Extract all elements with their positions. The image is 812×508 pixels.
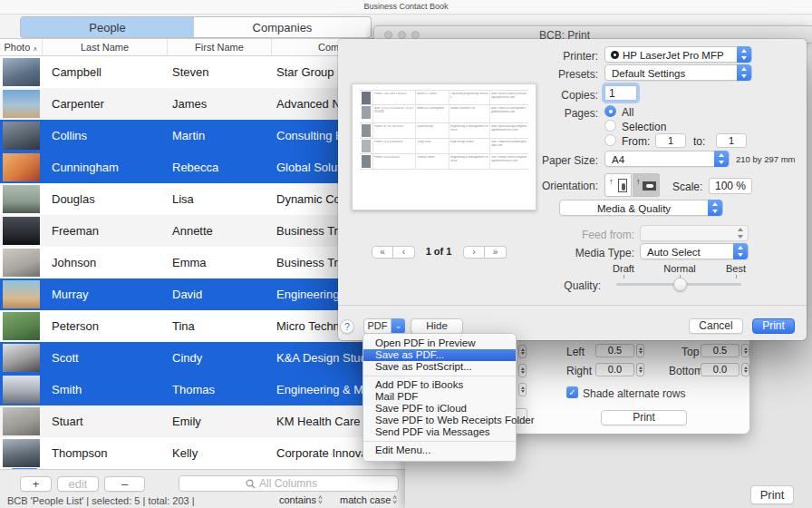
pages-range-radio[interactable] xyxy=(604,134,616,146)
column-header-last-name[interactable]: Last Name xyxy=(43,39,168,56)
hide-details-button[interactable]: Hide Details xyxy=(411,318,463,334)
cancel-button[interactable]: Cancel xyxy=(689,318,743,334)
pages-selection-label: Selection xyxy=(622,121,666,133)
table-row[interactable]: ThompsonKellyCorporate Innovations xyxy=(0,437,408,469)
shade-alternate-rows-checkbox[interactable]: ✓ xyxy=(566,386,578,398)
contact-photo xyxy=(3,217,40,245)
contact-photo xyxy=(3,344,40,372)
table-row-selected[interactable]: SmithThomasEngineering & Management Serv… xyxy=(0,374,408,405)
separator xyxy=(338,305,807,306)
margin-bottom-stepper[interactable] xyxy=(741,363,749,376)
preview-prev-page-button[interactable]: ‹ xyxy=(393,246,415,259)
match-case-select[interactable]: match case ˄˅ xyxy=(340,494,397,505)
margin-right-field[interactable]: 0.0 xyxy=(595,363,634,376)
quality-normal-label: Normal xyxy=(657,263,702,274)
tab-companies[interactable]: Companies xyxy=(194,16,372,38)
edit-contact-button[interactable]: edit xyxy=(57,476,99,492)
settings-panel-select[interactable]: Media & Quality xyxy=(559,200,723,216)
quality-label: Quality: xyxy=(510,279,601,292)
sort-ascending-icon: ∧ xyxy=(33,45,37,52)
quality-slider-knob[interactable] xyxy=(673,278,687,291)
menu-item-mail-pdf[interactable]: Mail PDF xyxy=(363,391,516,403)
margin-top-stepper[interactable] xyxy=(741,344,749,357)
pdf-menu-button[interactable]: PDF ⌄ xyxy=(363,318,405,334)
margin-left-stepper[interactable] xyxy=(636,344,644,357)
printer-select[interactable]: HP LaserJet Pro MFP M125nw xyxy=(604,46,752,63)
tab-people[interactable]: People xyxy=(20,16,195,38)
chevron-up-down-icon: ˄˅ xyxy=(318,495,323,504)
contact-photo xyxy=(3,439,40,467)
feed-from-select-disabled xyxy=(640,225,749,241)
printer-label: Printer: xyxy=(508,50,598,63)
paper-size-select[interactable]: A4 xyxy=(604,151,730,167)
panel-print-button[interactable]: Print xyxy=(601,410,687,425)
portrait-page-icon xyxy=(618,179,627,192)
menu-item-save-pdf-to-web-receipts[interactable]: Save PDF to Web Receipts Folder xyxy=(363,415,516,426)
menu-item-open-pdf-in-preview[interactable]: Open PDF in Preview xyxy=(363,337,516,349)
remove-contact-button[interactable]: – xyxy=(104,476,145,492)
pages-all-label: All xyxy=(622,106,633,119)
preview-first-page-button[interactable]: « xyxy=(372,246,393,259)
quality-draft-label: Draft xyxy=(601,263,646,274)
search-field[interactable] xyxy=(179,475,399,492)
margin-bottom-label: Bottom xyxy=(669,365,703,377)
sheet-print-button[interactable]: Print xyxy=(752,318,795,334)
slider-tick xyxy=(736,275,737,278)
media-type-select[interactable]: Auto Select xyxy=(640,243,749,259)
menu-item-save-as-pdf[interactable]: Save as PDF... xyxy=(363,349,516,361)
contact-photo xyxy=(3,90,40,118)
orientation-label: Orientation: xyxy=(508,180,598,192)
menu-item-edit-menu[interactable]: Edit Menu... xyxy=(363,444,516,456)
pages-selection-radio[interactable] xyxy=(604,120,616,132)
table-row-selected[interactable]: ScottCindyK&A Design Studio xyxy=(0,342,408,374)
contact-photo xyxy=(3,312,40,340)
shade-alternate-rows-label: Shade alternate rows xyxy=(583,387,685,400)
menu-item-add-pdf-to-ibooks[interactable]: Add PDF to iBooks xyxy=(363,379,516,391)
margin-bottom-field[interactable]: 0.0 xyxy=(701,363,740,376)
orientation-landscape-button[interactable]: ↑ xyxy=(633,173,660,197)
scale-field[interactable]: 100 % xyxy=(709,178,752,194)
pages-to-field[interactable]: 1 xyxy=(716,133,747,148)
preview-next-page-button[interactable]: › xyxy=(463,246,485,259)
presets-select[interactable]: Default Settings xyxy=(604,64,752,81)
preview-page-indicator: 1 of 1 xyxy=(419,246,459,257)
menu-separator xyxy=(363,376,516,376)
hidden-stepper[interactable] xyxy=(518,383,527,396)
pages-from-field[interactable]: 1 xyxy=(655,133,686,148)
margin-right-stepper[interactable] xyxy=(636,363,644,376)
print-window-print-button[interactable]: Print xyxy=(750,485,794,504)
help-button[interactable]: ? xyxy=(340,319,354,334)
column-header-first-name[interactable]: First Name xyxy=(168,39,272,56)
preview-photo xyxy=(362,140,371,152)
pdf-dropdown-menu: Open PDF in Preview Save as PDF... Save … xyxy=(362,333,517,462)
contact-photo xyxy=(3,185,40,213)
pages-from-label: From: xyxy=(622,135,650,148)
slider-tick xyxy=(624,275,624,278)
pages-all-radio[interactable] xyxy=(604,105,616,117)
paper-dimensions: 210 by 297 mm xyxy=(736,154,795,164)
search-icon xyxy=(246,479,256,489)
contact-photo xyxy=(3,153,40,181)
table-row[interactable]: StuartEmilyKM Health Care xyxy=(0,405,408,437)
printer-icon-dot xyxy=(614,54,616,56)
filter-mode-select[interactable]: contains ˄˅ xyxy=(279,494,323,505)
copies-field[interactable]: 1 xyxy=(604,85,637,101)
menu-item-save-as-postscript[interactable]: Save as PostScript... xyxy=(363,361,516,373)
margin-top-field[interactable]: 0.5 xyxy=(701,344,740,357)
preview-photo xyxy=(362,124,371,137)
preview-row: Phone: (43) 434345433Cindy ScottK&A Desi… xyxy=(360,139,528,154)
menu-item-save-pdf-to-icloud[interactable]: Save PDF to iCloud xyxy=(363,403,516,415)
menu-item-send-pdf-via-messages[interactable]: Send PDF via Messages xyxy=(363,426,516,438)
add-contact-button[interactable]: + xyxy=(20,476,52,492)
pages-label: Pages: xyxy=(508,107,598,120)
preview-last-page-button[interactable]: » xyxy=(485,246,507,259)
orientation-portrait-button[interactable]: ↑ xyxy=(604,173,632,197)
hidden-stepper[interactable] xyxy=(518,345,527,358)
hidden-stepper[interactable] xyxy=(518,364,527,377)
search-input[interactable] xyxy=(259,477,332,490)
chevron-up-down-icon xyxy=(737,64,751,81)
contact-photo xyxy=(3,376,40,404)
chevron-up-down-icon xyxy=(708,200,722,216)
column-header-photo[interactable]: Photo ∧ xyxy=(0,39,43,56)
margin-left-field[interactable]: 0.5 xyxy=(595,344,634,357)
